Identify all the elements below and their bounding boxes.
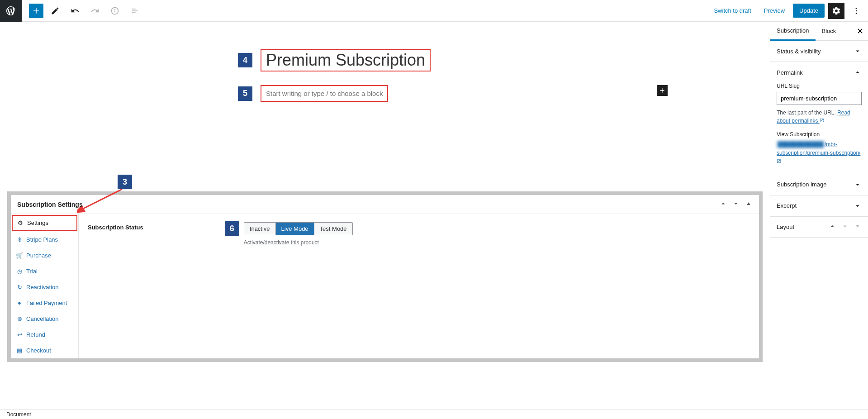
section-label: Layout	[777, 224, 794, 230]
outline-icon	[130, 6, 139, 15]
section-subscription-image[interactable]: Subscription image	[770, 174, 868, 195]
editor-area: 4 Premium Subscription 5 Start writing o…	[0, 22, 770, 409]
preview-button[interactable]: Preview	[759, 5, 789, 17]
add-block-inline-button[interactable]	[657, 85, 668, 96]
info-icon	[110, 6, 119, 15]
settings-tab-failed-payment[interactable]: ● Failed Payment	[11, 295, 78, 311]
edit-mode-button[interactable]	[47, 3, 63, 19]
view-subscription-link[interactable]: ████████████/mbr-subscription/premium-su…	[777, 140, 862, 167]
chevron-down-icon	[854, 47, 862, 55]
body-highlight-box: Start writing or type / to choose a bloc…	[261, 85, 388, 102]
status-option-test[interactable]: Test Mode	[314, 223, 352, 235]
cart-icon: 🛒	[16, 252, 23, 259]
tab-label: Refund	[26, 331, 45, 338]
dollar-icon: ＄	[16, 237, 23, 243]
caret-up-icon[interactable]	[745, 200, 753, 209]
plus-icon	[659, 87, 666, 94]
blurred-domain: ████████████	[777, 141, 825, 148]
post-title[interactable]: Premium Subscription	[266, 51, 425, 70]
tab-label: Purchase	[26, 252, 51, 259]
body-placeholder[interactable]: Start writing or type / to choose a bloc…	[266, 90, 383, 97]
status-option-live[interactable]: Live Mode	[276, 223, 314, 235]
panel-controls	[719, 200, 753, 209]
undo-icon	[71, 6, 80, 15]
chevron-down-icon[interactable]	[732, 200, 740, 209]
settings-toggle-button[interactable]	[828, 3, 844, 19]
dots-vertical-icon	[852, 6, 861, 15]
svg-point-3	[856, 7, 857, 9]
tab-label: Checkout	[26, 347, 51, 354]
clock-icon: ◷	[16, 268, 23, 275]
chevron-up-icon[interactable]	[719, 200, 727, 209]
tab-label: Settings	[27, 219, 48, 226]
subscription-settings-panel: 3 Subscription Settings	[7, 191, 763, 362]
title-highlight-box: Premium Subscription	[261, 49, 431, 71]
chevron-down-icon[interactable]	[841, 222, 849, 232]
cancel-icon: ⊗	[16, 316, 23, 322]
more-options-button[interactable]	[848, 3, 864, 19]
status-option-inactive[interactable]: Inactive	[244, 223, 276, 235]
toolbar-right: Switch to draft Preview Update	[709, 3, 864, 19]
tab-label: Stripe Plans	[26, 236, 58, 243]
settings-tab-cancellation[interactable]: ⊗ Cancellation	[11, 311, 78, 327]
info-button[interactable]	[107, 3, 123, 19]
settings-tab-settings[interactable]: ⚙ Settings	[12, 215, 77, 231]
return-icon: ↩	[16, 332, 23, 338]
section-label: Permalink	[777, 69, 803, 76]
external-link-icon	[820, 118, 824, 123]
section-layout: Layout	[770, 217, 868, 238]
wordpress-icon	[5, 5, 16, 16]
sidebar-tab-block[interactable]: Block	[816, 22, 843, 40]
settings-tabs-list: ⚙ Settings ＄ Stripe Plans 🛒 Purchase	[11, 214, 79, 358]
top-toolbar: Switch to draft Preview Update	[0, 0, 868, 22]
warning-icon: ●	[16, 300, 23, 306]
settings-tab-stripe-plans[interactable]: ＄ Stripe Plans	[11, 232, 78, 248]
status-bar: Document	[0, 409, 868, 419]
status-bar-label: Document	[6, 411, 31, 418]
tab-label: Trial	[26, 268, 38, 275]
sidebar-tab-subscription[interactable]: Subscription	[770, 22, 816, 41]
pencil-icon	[51, 6, 60, 15]
toolbar-left	[4, 0, 143, 22]
subscription-status-label: Subscription Status	[88, 221, 143, 231]
undo-button[interactable]	[67, 3, 83, 19]
settings-panel-title: Subscription Settings	[17, 201, 83, 208]
plus-icon	[32, 6, 41, 15]
external-link-icon	[777, 159, 781, 163]
section-label: Excerpt	[777, 202, 797, 209]
caret-down-icon[interactable]	[854, 222, 862, 232]
chevron-down-icon	[854, 202, 862, 210]
view-subscription-label: View Subscription	[777, 131, 862, 138]
list-icon: ▤	[16, 348, 23, 354]
section-status-visibility[interactable]: Status & visibility	[770, 41, 868, 62]
section-permalink[interactable]: Permalink	[770, 62, 868, 83]
switch-draft-button[interactable]: Switch to draft	[709, 5, 755, 17]
gear-icon: ⚙	[17, 220, 24, 226]
annotation-badge-6: 6	[225, 221, 239, 236]
annotation-badge-5: 5	[238, 86, 252, 101]
settings-tab-refund[interactable]: ↩ Refund	[11, 327, 78, 343]
url-slug-input[interactable]	[777, 92, 862, 105]
settings-tab-purchase[interactable]: 🛒 Purchase	[11, 248, 78, 263]
outline-button[interactable]	[127, 3, 143, 19]
tab-label: Failed Payment	[26, 300, 67, 306]
settings-tab-reactivation[interactable]: ↻ Reactivation	[11, 279, 78, 295]
settings-tab-trial[interactable]: ◷ Trial	[11, 263, 78, 279]
chevron-up-icon[interactable]	[828, 222, 836, 232]
section-label: Subscription image	[777, 181, 827, 188]
url-slug-label: URL Slug	[777, 83, 862, 89]
svg-point-4	[856, 10, 857, 11]
svg-point-5	[856, 13, 857, 14]
section-excerpt[interactable]: Excerpt	[770, 195, 868, 216]
gear-icon	[832, 6, 841, 15]
section-label: Status & visibility	[777, 48, 821, 55]
wordpress-logo[interactable]	[0, 0, 22, 22]
settings-tab-checkout[interactable]: ▤ Checkout	[11, 343, 78, 358]
add-block-button[interactable]	[29, 4, 43, 18]
redo-button[interactable]	[87, 3, 103, 19]
tab-label: Reactivation	[26, 284, 59, 290]
update-button[interactable]: Update	[793, 4, 825, 18]
status-segmented-control: Inactive Live Mode Test Mode	[244, 222, 353, 235]
close-sidebar-button[interactable]: ✕	[855, 26, 864, 35]
chevron-up-icon	[854, 68, 862, 76]
